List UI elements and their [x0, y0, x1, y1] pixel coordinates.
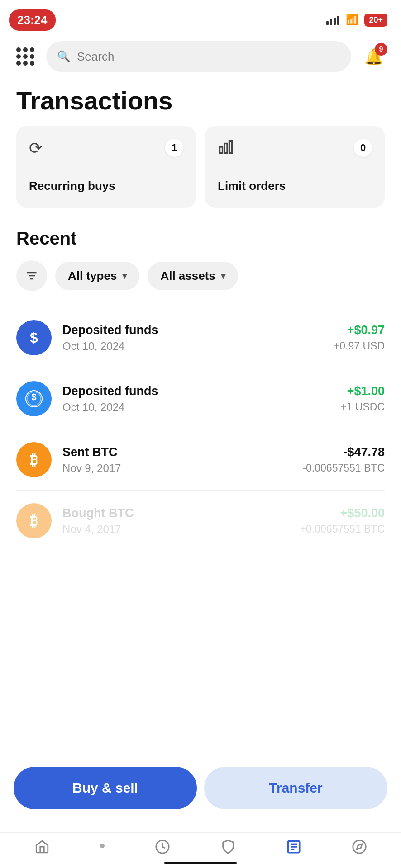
top-nav: 🔍 🔔 9: [0, 36, 401, 77]
signal-icon: [326, 15, 339, 25]
home-indicator: [164, 862, 237, 864]
chevron-down-icon: ▾: [122, 270, 127, 281]
recurring-buys-count: 1: [165, 139, 183, 157]
tx-amount-primary: +$1.00: [340, 384, 385, 398]
cards-row: ⟳ 1 Recurring buys 0 Limit orders: [0, 126, 401, 224]
btc-faded-icon: ₿: [16, 503, 52, 538]
tx-amount: +$0.97 +0.97 USD: [334, 323, 385, 352]
shield-icon: [220, 839, 236, 854]
tx-date: Oct 10, 2024: [62, 340, 323, 353]
tx-title: Deposited funds: [62, 323, 323, 337]
tx-amount-secondary: +0.97 USD: [334, 340, 385, 352]
battery-display: 20+: [364, 14, 387, 27]
tx-title: Sent BTC: [62, 445, 291, 459]
chevron-down-icon: ▾: [221, 270, 225, 281]
svg-rect-0: [220, 147, 223, 153]
grid-icon: [16, 47, 34, 66]
recent-section-title: Recent: [0, 224, 401, 260]
recurring-buys-label: Recurring buys: [29, 179, 183, 193]
home-icon: [34, 839, 50, 854]
time-display: 23:24: [9, 9, 56, 31]
buy-sell-button[interactable]: Buy & sell: [14, 767, 197, 809]
tx-details: Bought BTC Nov 4, 2017: [62, 506, 289, 536]
tx-amount-secondary: -0.00657551 BTC: [302, 462, 385, 474]
tx-amount-secondary: +1 USDC: [340, 401, 385, 413]
nav-shield[interactable]: [220, 839, 236, 854]
all-types-dropdown[interactable]: All types ▾: [55, 262, 139, 290]
tx-date: Nov 9, 2017: [62, 462, 291, 475]
transfer-button[interactable]: Transfer: [204, 767, 387, 809]
compass-icon: [352, 839, 367, 854]
table-row[interactable]: $ Deposited funds Oct 10, 2024 +$0.97 +0…: [16, 307, 385, 368]
limit-orders-card[interactable]: 0 Limit orders: [205, 126, 385, 208]
tx-amount-primary: -$47.78: [302, 445, 385, 459]
bottom-actions: Buy & sell Transfer: [0, 767, 401, 809]
search-input[interactable]: [77, 50, 340, 64]
table-row[interactable]: ₿ Sent BTC Nov 9, 2017 -$47.78 -0.006575…: [16, 429, 385, 491]
nav-transactions[interactable]: [286, 839, 301, 854]
search-icon: 🔍: [57, 50, 71, 63]
transaction-list: $ Deposited funds Oct 10, 2024 +$0.97 +0…: [0, 307, 401, 551]
tx-amount: -$47.78 -0.00657551 BTC: [302, 445, 385, 474]
clock-icon: [155, 839, 170, 854]
status-icons: 📶 20+: [326, 14, 387, 27]
filter-icon-button[interactable]: [16, 260, 47, 291]
usdc-icon: $: [16, 381, 52, 416]
all-assets-dropdown[interactable]: All assets ▾: [148, 262, 238, 290]
tx-amount-primary: +$0.97: [334, 323, 385, 337]
recurring-buys-card[interactable]: ⟳ 1 Recurring buys: [16, 126, 196, 208]
svg-rect-2: [229, 141, 232, 153]
nav-home[interactable]: [34, 839, 50, 854]
filter-row: All types ▾ All assets ▾: [0, 260, 401, 307]
table-row[interactable]: $ Deposited funds Oct 10, 2024 +$1.00 +1…: [16, 368, 385, 429]
tx-details: Deposited funds Oct 10, 2024: [62, 384, 329, 414]
limit-orders-icon: [218, 139, 234, 159]
nav-compass[interactable]: [352, 839, 367, 854]
limit-orders-count: 0: [354, 139, 372, 157]
wifi-icon: 📶: [346, 14, 358, 26]
notification-badge: 9: [375, 43, 387, 56]
nav-activity[interactable]: [155, 839, 170, 854]
tx-date: Oct 10, 2024: [62, 401, 329, 414]
svg-marker-15: [356, 844, 362, 849]
tx-title: Deposited funds: [62, 384, 329, 398]
limit-orders-label: Limit orders: [218, 179, 372, 193]
search-bar[interactable]: 🔍: [46, 41, 351, 72]
tx-details: Deposited funds Oct 10, 2024: [62, 323, 323, 353]
svg-point-14: [353, 840, 365, 853]
svg-text:$: $: [31, 392, 36, 402]
tx-amount-secondary: +0.00657551 BTC: [300, 523, 385, 535]
tx-amount: +$1.00 +1 USDC: [340, 384, 385, 413]
nav-portfolio[interactable]: [100, 845, 105, 848]
status-bar: 23:24 📶 20+: [0, 0, 401, 36]
menu-button[interactable]: [14, 45, 37, 68]
tx-details: Sent BTC Nov 9, 2017: [62, 445, 291, 475]
filter-lines-icon: [25, 269, 38, 282]
btc-icon: ₿: [16, 442, 52, 477]
svg-rect-1: [224, 144, 227, 153]
page-title: Transactions: [0, 77, 401, 126]
notification-button[interactable]: 🔔 9: [360, 43, 387, 70]
tx-amount-primary: +$50.00: [300, 506, 385, 520]
table-row[interactable]: ₿ Bought BTC Nov 4, 2017 +$50.00 +0.0065…: [16, 491, 385, 551]
tx-title: Bought BTC: [62, 506, 289, 520]
recurring-buys-icon: ⟳: [29, 139, 43, 158]
transactions-icon: [286, 839, 301, 854]
portfolio-dot-icon: [100, 844, 105, 848]
usd-icon: $: [16, 320, 52, 355]
tx-date: Nov 4, 2017: [62, 523, 289, 536]
tx-amount: +$50.00 +0.00657551 BTC: [300, 506, 385, 535]
